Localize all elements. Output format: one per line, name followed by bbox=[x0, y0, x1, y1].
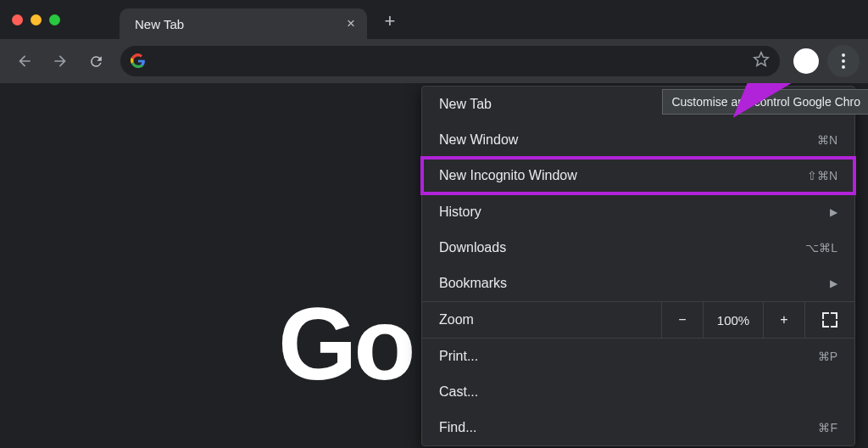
close-window-button[interactable] bbox=[12, 14, 23, 25]
toolbar bbox=[0, 39, 868, 83]
menu-shortcut: ⌥⌘L bbox=[805, 241, 837, 255]
menu-label: Print... bbox=[439, 349, 478, 364]
google-favicon-icon bbox=[131, 53, 146, 69]
close-tab-button[interactable]: × bbox=[347, 15, 355, 32]
menu-item-new-incognito-window[interactable]: New Incognito Window ⇧⌘N bbox=[422, 158, 854, 193]
menu-label: New Incognito Window bbox=[439, 168, 577, 183]
submenu-arrow-icon: ▶ bbox=[830, 277, 837, 289]
new-tab-button[interactable]: + bbox=[377, 8, 403, 34]
menu-shortcut: ⇧⌘N bbox=[807, 169, 837, 182]
zoom-controls: − 100% + bbox=[661, 302, 854, 338]
menu-label: History bbox=[439, 204, 481, 220]
menu-item-zoom: Zoom − 100% + bbox=[422, 302, 854, 338]
fullscreen-icon bbox=[823, 313, 837, 327]
fullscreen-button[interactable] bbox=[805, 302, 854, 338]
google-logo: Go bbox=[278, 285, 413, 402]
chrome-menu-button[interactable] bbox=[827, 45, 860, 77]
menu-item-cast[interactable]: Cast... bbox=[422, 374, 854, 410]
menu-label: Find... bbox=[439, 420, 476, 435]
zoom-in-button[interactable]: + bbox=[764, 302, 805, 338]
menu-button-tooltip: Customise and control Google Chro bbox=[662, 89, 868, 115]
maximize-window-button[interactable] bbox=[49, 14, 60, 25]
menu-item-bookmarks[interactable]: Bookmarks ▶ bbox=[422, 266, 854, 301]
submenu-arrow-icon: ▶ bbox=[830, 206, 837, 218]
three-dots-icon bbox=[842, 53, 845, 69]
arrow-left-icon bbox=[16, 53, 33, 70]
window-controls bbox=[12, 0, 60, 39]
forward-button[interactable] bbox=[44, 45, 76, 77]
menu-shortcut: ⌘N bbox=[817, 133, 837, 147]
menu-label: New Tab bbox=[439, 97, 492, 112]
zoom-out-button[interactable]: − bbox=[662, 302, 704, 338]
browser-tab[interactable]: New Tab × bbox=[120, 8, 367, 39]
zoom-value: 100% bbox=[704, 302, 764, 338]
back-button[interactable] bbox=[8, 45, 41, 77]
menu-label: Downloads bbox=[439, 240, 506, 255]
menu-label: Cast... bbox=[439, 384, 478, 400]
address-bar[interactable] bbox=[120, 46, 780, 76]
menu-label: Bookmarks bbox=[439, 276, 507, 291]
reload-button[interactable] bbox=[80, 45, 112, 77]
menu-item-history[interactable]: History ▶ bbox=[422, 194, 854, 230]
menu-label: Zoom bbox=[439, 312, 474, 328]
menu-shortcut: ⌘F bbox=[818, 421, 837, 434]
arrow-right-icon bbox=[52, 53, 69, 70]
bookmark-star-button[interactable] bbox=[753, 51, 770, 71]
tab-strip: New Tab × + bbox=[0, 0, 868, 39]
profile-avatar-button[interactable] bbox=[793, 48, 819, 74]
tab-title: New Tab bbox=[135, 17, 184, 31]
menu-shortcut: ⌘P bbox=[818, 350, 837, 363]
reload-icon bbox=[88, 53, 104, 70]
chrome-main-menu: New Tab ⌘T New Window ⌘N New Incognito W… bbox=[421, 86, 855, 446]
menu-item-print[interactable]: Print... ⌘P bbox=[422, 339, 854, 374]
page-content: Go New Tab ⌘T New Window ⌘N New Incognit… bbox=[0, 83, 868, 448]
star-icon bbox=[753, 51, 770, 68]
menu-label: New Window bbox=[439, 132, 518, 148]
minimize-window-button[interactable] bbox=[31, 14, 42, 25]
menu-item-new-window[interactable]: New Window ⌘N bbox=[422, 122, 854, 158]
menu-item-downloads[interactable]: Downloads ⌥⌘L bbox=[422, 230, 854, 266]
menu-item-find[interactable]: Find... ⌘F bbox=[422, 410, 854, 445]
